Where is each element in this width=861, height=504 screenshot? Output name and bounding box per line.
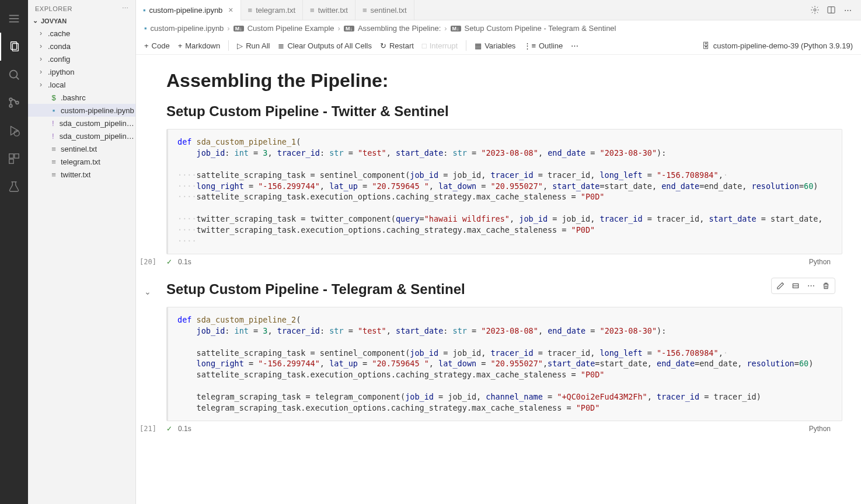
- heading-2: Setup Custom Pipeline - Telegram & Senti…: [166, 281, 849, 298]
- menu-icon[interactable]: [0, 5, 28, 33]
- kernel-selector[interactable]: 🗄custom-pipeline-demo-39 (Python 3.9.19): [702, 41, 853, 50]
- variables-button[interactable]: ▦Variables: [475, 41, 515, 50]
- run-all-button[interactable]: ▷Run All: [237, 41, 270, 50]
- more-icon[interactable]: ⋯: [571, 41, 578, 50]
- svg-rect-13: [15, 154, 19, 158]
- file-type-icon: ≡: [49, 158, 58, 166]
- file-type-icon: $: [49, 93, 58, 102]
- editor-tab[interactable]: ≡sentinel.txt: [355, 0, 414, 20]
- close-icon[interactable]: ×: [228, 5, 233, 15]
- code-content[interactable]: def sda_custom_pipeline_1( job_id: int =…: [166, 129, 842, 254]
- search-icon[interactable]: [0, 61, 28, 89]
- beaker-icon[interactable]: [0, 173, 28, 201]
- chevron-right-icon: ›: [227, 24, 229, 33]
- exec-time: 0.1s: [178, 425, 191, 433]
- activity-bar: [0, 0, 28, 504]
- tree-folder[interactable]: ›.conda: [28, 40, 135, 52]
- tree-folder[interactable]: ›.local: [28, 78, 135, 91]
- markdown-badge: M↓: [233, 26, 244, 32]
- editor-tabs: ▪custom-pipeline.ipynb×≡telegram.txt≡twi…: [136, 0, 861, 20]
- text-file-icon: ≡: [362, 6, 367, 15]
- file-type-icon: ≡: [49, 170, 58, 179]
- tree-file[interactable]: !sda_custom_pipeline_1....: [28, 117, 135, 130]
- editor-tab[interactable]: ≡twitter.txt: [303, 0, 355, 20]
- add-markdown-button[interactable]: +Markdown: [178, 41, 221, 50]
- markdown-badge: M↓: [451, 26, 461, 32]
- tree-folder[interactable]: ›.config: [28, 52, 135, 65]
- explorer-title: EXPLORER: [35, 5, 72, 12]
- tree-file[interactable]: ≡sentinel.txt: [28, 142, 135, 155]
- chevron-right-icon: ›: [40, 42, 48, 50]
- settings-gear-icon[interactable]: [810, 5, 820, 15]
- tree-folder[interactable]: ›.ipython: [28, 65, 135, 78]
- edit-icon[interactable]: [775, 280, 786, 292]
- code-content[interactable]: def sda_custom_pipeline_2( job_id: int =…: [166, 307, 842, 421]
- markdown-cell[interactable]: Assembling the Pipeline:: [136, 70, 849, 92]
- server-icon: 🗄: [702, 41, 710, 50]
- variables-icon: ▦: [475, 41, 482, 50]
- file-type-icon: ▪: [49, 106, 58, 115]
- outline-icon: ⋮≡: [524, 41, 536, 50]
- root-folder[interactable]: ⌄ JOVYAN: [28, 15, 135, 27]
- chevron-right-icon: ›: [40, 29, 48, 37]
- svg-point-8: [9, 104, 12, 107]
- chevron-down-icon: ⌄: [33, 17, 41, 24]
- run-debug-icon[interactable]: [0, 117, 28, 145]
- success-check-icon: ✓: [166, 258, 172, 266]
- breadcrumb[interactable]: ▪ custom-pipeline.ipynb › M↓ Custom Pipe…: [136, 20, 861, 37]
- svg-rect-3: [11, 42, 17, 50]
- add-code-button[interactable]: +Code: [144, 41, 170, 50]
- svg-line-6: [16, 77, 19, 80]
- code-cell[interactable]: def sda_custom_pipeline_1( job_id: int =…: [136, 129, 849, 270]
- tree-folder[interactable]: ›.cache: [28, 27, 135, 40]
- svg-point-7: [9, 98, 12, 101]
- tree-file[interactable]: ≡twitter.txt: [28, 168, 135, 181]
- markdown-cell[interactable]: Setup Custom Pipeline - Twitter & Sentin…: [136, 103, 849, 120]
- exec-time: 0.1s: [178, 258, 191, 266]
- svg-point-9: [16, 102, 19, 104]
- chevron-right-icon: ›: [40, 80, 48, 89]
- heading-2: Setup Custom Pipeline - Twitter & Sentin…: [166, 103, 849, 120]
- explorer-icon[interactable]: [0, 33, 28, 61]
- text-file-icon: ≡: [248, 6, 253, 15]
- more-icon[interactable]: ⋯: [805, 280, 817, 292]
- extensions-icon[interactable]: [0, 145, 28, 173]
- execution-count: [21]: [140, 425, 156, 433]
- markdown-badge: M↓: [344, 26, 354, 32]
- chevron-right-icon: ›: [338, 24, 340, 33]
- svg-rect-4: [12, 44, 18, 51]
- code-cell[interactable]: def sda_custom_pipeline_2( job_id: int =…: [136, 307, 849, 436]
- chevron-right-icon: ›: [40, 55, 48, 63]
- notebook-toolbar: +Code +Markdown ▷Run All ≣Clear Outputs …: [136, 37, 861, 55]
- chevron-right-icon: ›: [444, 24, 447, 33]
- tree-file[interactable]: ≡telegram.txt: [28, 155, 135, 168]
- cell-language[interactable]: Python: [809, 425, 831, 433]
- source-control-icon[interactable]: [0, 89, 28, 117]
- execution-count: [20]: [140, 258, 156, 266]
- clear-outputs-button[interactable]: ≣Clear Outputs of All Cells: [278, 41, 372, 50]
- restart-button[interactable]: ↻Restart: [380, 41, 414, 50]
- more-icon[interactable]: ⋯: [122, 5, 129, 12]
- tree-file[interactable]: $.bashrc: [28, 91, 135, 104]
- cell-language[interactable]: Python: [809, 258, 831, 266]
- delete-icon[interactable]: [820, 280, 832, 292]
- restart-icon: ↻: [380, 41, 386, 50]
- split-editor-icon[interactable]: [826, 5, 836, 15]
- file-type-icon: ≡: [49, 145, 58, 153]
- more-actions-icon[interactable]: ⋯: [842, 5, 853, 15]
- outline-button[interactable]: ⋮≡Outline: [524, 41, 563, 50]
- editor-tab[interactable]: ≡telegram.txt: [241, 0, 304, 20]
- split-cell-icon[interactable]: [790, 280, 801, 292]
- interrupt-button: □Interrupt: [422, 41, 458, 50]
- svg-point-16: [814, 9, 816, 11]
- explorer-sidebar: EXPLORER ⋯ ⌄ JOVYAN ›.cache›.conda›.conf…: [28, 0, 136, 504]
- markdown-cell[interactable]: ⌄ ⋯ Setup Custom Pipeline - Telegram & S…: [136, 281, 849, 298]
- editor-tab[interactable]: ▪custom-pipeline.ipynb×: [136, 0, 241, 20]
- tree-file[interactable]: !sda_custom_pipeline_2....: [28, 130, 135, 142]
- chevron-right-icon: ›: [40, 68, 48, 76]
- tree-file[interactable]: ▪custom-pipeline.ipynb: [28, 104, 135, 117]
- cell-toolbar: ⋯: [771, 278, 835, 294]
- interrupt-icon: □: [422, 41, 427, 50]
- chevron-down-icon[interactable]: ⌄: [144, 287, 151, 296]
- run-all-icon: ▷: [237, 41, 243, 50]
